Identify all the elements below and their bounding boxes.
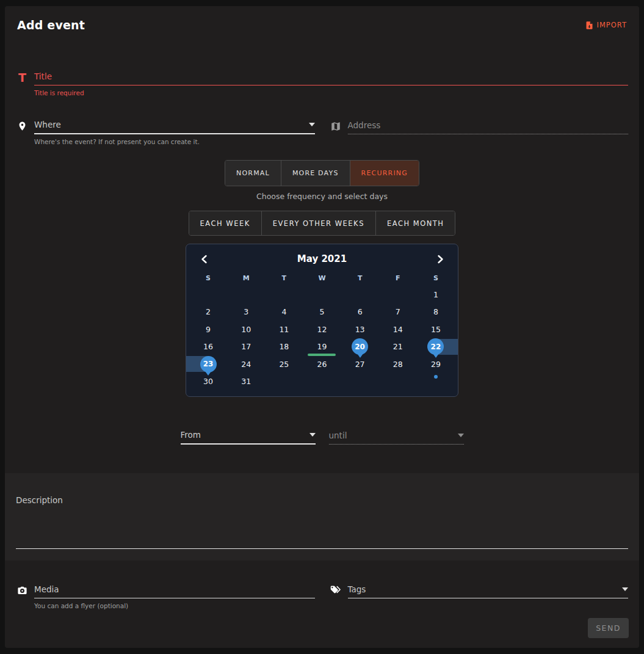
media-input[interactable]: Media	[34, 583, 315, 598]
frequency-tabs: EACH WEEKEVERY OTHER WEEKSEACH MONTH	[189, 211, 456, 236]
tags-field-row: Tags	[330, 583, 629, 609]
calendar-day-empty	[189, 286, 227, 303]
tags-icon	[330, 584, 342, 597]
calendar-day-15[interactable]: 15	[417, 321, 455, 338]
page-title: Add event	[17, 18, 85, 32]
calendar-day-29[interactable]: 29	[417, 355, 455, 373]
calendar-day-22[interactable]: 22	[417, 338, 455, 356]
day-number: 13	[355, 325, 365, 334]
where-address-row: Where Where's the event? If not present …	[16, 118, 628, 145]
weekday-header: T	[265, 274, 303, 282]
day-number: 18	[279, 342, 289, 351]
calendar-week-row: 3031	[189, 373, 455, 391]
media-tags-row: Media You can add a flyer (optional) Tag…	[16, 583, 628, 609]
calendar-day-7[interactable]: 7	[379, 303, 417, 321]
calendar-day-23[interactable]: 23	[189, 355, 227, 373]
chevron-down-icon	[458, 434, 464, 437]
frequency-tabs-wrap: EACH WEEKEVERY OTHER WEEKSEACH MONTH	[5, 211, 639, 236]
media-field-row: Media You can add a flyer (optional)	[16, 583, 315, 609]
calendar-day-empty	[265, 373, 303, 391]
title-error-text: Title is required	[34, 89, 628, 96]
calendar-day-17[interactable]: 17	[227, 338, 265, 356]
day-number: 9	[206, 325, 211, 334]
calendar-day-30[interactable]: 30	[189, 373, 227, 391]
title-placeholder: Title	[34, 71, 52, 81]
weekday-header: S	[417, 274, 455, 282]
day-number: 15	[431, 325, 441, 334]
day-number: 17	[241, 342, 251, 351]
calendar-day-1[interactable]: 1	[417, 286, 455, 303]
calendar-day-27[interactable]: 27	[341, 355, 379, 373]
tab-recurring[interactable]: RECURRING	[350, 161, 419, 186]
from-placeholder: From	[181, 430, 201, 440]
next-month-button[interactable]	[433, 252, 447, 266]
chevron-down-icon	[309, 433, 316, 437]
calendar-day-empty	[379, 286, 417, 303]
selected-day-marker: 23	[200, 356, 217, 372]
tags-select[interactable]: Tags	[348, 583, 629, 598]
where-field-row: Where Where's the event? If not present …	[16, 118, 315, 145]
calendar-day-3[interactable]: 3	[227, 303, 265, 321]
calendar-day-25[interactable]: 25	[265, 355, 303, 373]
calendar-day-16[interactable]: 16	[189, 338, 227, 356]
frequency-tab-each-week[interactable]: EACH WEEK	[189, 211, 262, 235]
calendar-day-20[interactable]: 20	[341, 338, 379, 356]
calendar-day-9[interactable]: 9	[189, 321, 227, 338]
time-row: From until	[181, 429, 464, 445]
where-select[interactable]: Where	[34, 118, 315, 134]
calendar-month-label: May 2021	[211, 253, 433, 264]
description-underline	[16, 548, 628, 549]
description-section[interactable]: Description	[5, 473, 639, 561]
day-number: 3	[244, 307, 248, 316]
day-number: 5	[320, 307, 325, 316]
calendar-day-26[interactable]: 26	[303, 355, 341, 373]
day-number: 4	[281, 307, 286, 316]
address-placeholder: Address	[348, 120, 381, 130]
import-button[interactable]: IMPORT	[585, 20, 627, 31]
day-number: 14	[393, 325, 403, 334]
calendar-week-row: 23242526272829	[189, 355, 455, 373]
calendar-week-row: 16171819202122	[189, 338, 455, 356]
address-input[interactable]: Address	[348, 118, 629, 134]
tab-normal[interactable]: NORMAL	[225, 161, 281, 186]
calendar-day-13[interactable]: 13	[341, 321, 379, 338]
day-number: 24	[241, 360, 251, 369]
calendar-week-row: 9101112131415	[189, 321, 455, 338]
calendar-day-19[interactable]: 19	[303, 338, 341, 356]
from-time-select[interactable]: From	[181, 429, 316, 445]
where-placeholder: Where	[34, 120, 61, 129]
weekday-header: T	[341, 274, 379, 282]
frequency-tab-every-other-weeks[interactable]: EVERY OTHER WEEKS	[262, 211, 376, 235]
calendar-day-12[interactable]: 12	[303, 321, 341, 338]
calendar-day-21[interactable]: 21	[379, 338, 417, 356]
day-number: 25	[279, 360, 289, 369]
day-number: 16	[203, 342, 213, 351]
dialog-header: Add event IMPORT	[5, 6, 639, 32]
calendar-day-31[interactable]: 31	[227, 373, 265, 391]
calendar-day-5[interactable]: 5	[303, 303, 341, 321]
calendar-day-2[interactable]: 2	[189, 303, 227, 321]
weekday-header: F	[379, 274, 417, 282]
calendar-day-empty	[227, 286, 265, 303]
dialog-footer: SEND	[5, 618, 639, 648]
calendar-day-11[interactable]: 11	[265, 321, 303, 338]
calendar-day-18[interactable]: 18	[265, 338, 303, 356]
title-icon: T	[16, 71, 29, 84]
chevron-down-icon	[622, 587, 628, 591]
send-button[interactable]: SEND	[588, 618, 629, 638]
media-placeholder: Media	[34, 584, 59, 594]
prev-month-button[interactable]	[197, 252, 211, 266]
title-input[interactable]: Title	[34, 70, 628, 85]
calendar-day-6[interactable]: 6	[341, 303, 379, 321]
calendar-day-28[interactable]: 28	[379, 355, 417, 373]
calendar-day-14[interactable]: 14	[379, 321, 417, 338]
chevron-down-icon	[309, 123, 315, 126]
calendar-day-4[interactable]: 4	[265, 303, 303, 321]
calendar-day-8[interactable]: 8	[417, 303, 455, 321]
calendar-weekdays: SMTWTFS	[189, 270, 455, 286]
calendar-day-24[interactable]: 24	[227, 355, 265, 373]
tab-more-days[interactable]: MORE DAYS	[281, 161, 350, 186]
until-time-select[interactable]: until	[329, 429, 464, 445]
calendar-day-10[interactable]: 10	[227, 321, 265, 338]
frequency-tab-each-month[interactable]: EACH MONTH	[376, 211, 455, 235]
